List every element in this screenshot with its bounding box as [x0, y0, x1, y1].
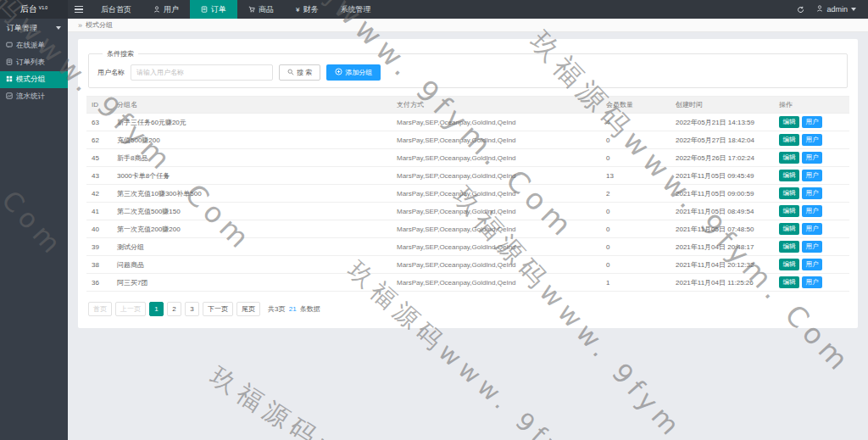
delete-button[interactable]: 删除 — [848, 170, 849, 181]
edit-button[interactable]: 编辑 — [779, 152, 799, 164]
page-2-button[interactable]: 2 — [167, 302, 181, 316]
breadcrumb: » 模式分组 — [68, 19, 868, 32]
table-row: 62充值500赚200MarsPay,SEP,Oceanpay,GoldInd,… — [86, 131, 849, 149]
username-label: 用户名称 — [97, 68, 125, 77]
page-1-button[interactable]: 1 — [149, 302, 164, 316]
cell-group-name: 充值500赚200 — [112, 131, 392, 149]
delete-button[interactable]: 删除 — [848, 276, 849, 288]
search-fieldset: 条件搜索 用户名称 搜 索 添加分组 — [88, 49, 848, 88]
edit-button[interactable]: 编辑 — [779, 187, 799, 199]
cell-pay-methods: MarsPay,SEP,Oceanpay,GoldInd,QeInd — [392, 238, 601, 256]
users-button[interactable]: 用户 — [802, 187, 822, 199]
cell-member-count: 1 — [601, 274, 670, 292]
cell-id: 43 — [86, 167, 112, 185]
users-button[interactable]: 用户 — [802, 116, 822, 128]
users-button[interactable]: 用户 — [802, 134, 822, 146]
delete-button[interactable]: 删除 — [848, 116, 849, 128]
delete-button[interactable]: 删除 — [848, 223, 849, 235]
users-button[interactable]: 用户 — [802, 241, 822, 253]
users-button[interactable]: 用户 — [802, 152, 822, 164]
refresh-icon[interactable] — [797, 6, 804, 14]
tab-system[interactable]: 系统管理 — [329, 0, 381, 19]
sidebar-item-flow-stats[interactable]: 流水统计 — [0, 88, 68, 105]
groups-table: ID 分组名 支付方式 会员数量 创建时间 操作 63新手三任务60元赚20元M… — [86, 96, 849, 292]
sidebar-item-online-dispatch[interactable]: 在线派单 — [0, 37, 68, 54]
cell-actions: 编辑用户复制删除 — [774, 131, 849, 149]
col-created-time: 创建时间 — [670, 97, 774, 114]
delete-button[interactable]: 删除 — [848, 259, 849, 270]
page-last-button[interactable]: 尾页 — [236, 302, 260, 316]
table-row: 41第二次充值500赚150MarsPay,SEP,Oceanpay,GoldI… — [86, 203, 849, 220]
sidebar-item-label: 订单列表 — [16, 58, 45, 68]
page-prev-button[interactable]: 上一页 — [115, 302, 146, 316]
add-group-button[interactable]: 添加分组 — [326, 64, 381, 81]
cell-member-count: 0 — [601, 220, 670, 238]
page-3-button[interactable]: 3 — [185, 302, 199, 316]
sidebar-group-orders[interactable]: 订单管理 — [0, 19, 68, 37]
delete-button[interactable]: 删除 — [848, 152, 849, 164]
cell-actions: 编辑用户复制删除 — [774, 167, 849, 185]
add-group-button-label: 添加分组 — [345, 68, 372, 77]
table-body: 63新手三任务60元赚20元MarsPay,SEP,Oceanpay,GoldI… — [86, 114, 849, 292]
table-row: 433000卡单8个任务MarsPay,SEP,Oceanpay,GoldInd… — [86, 167, 849, 185]
cell-created-time: 2022年05月21日 14:13:59 — [670, 114, 774, 131]
dispatch-icon — [6, 42, 13, 50]
sidebar-item-label: 模式分组 — [16, 75, 45, 85]
app-logo: 后台 V1.0 — [0, 0, 68, 19]
edit-button[interactable]: 编辑 — [779, 241, 799, 253]
cell-created-time: 2021年11月04日 20:48:17 — [670, 238, 774, 256]
menu-toggle-icon[interactable] — [68, 0, 90, 19]
tab-users[interactable]: 用户 — [142, 0, 190, 19]
cell-created-time: 2021年11月05日 09:45:49 — [670, 167, 774, 185]
cell-pay-methods: MarsPay,SEP,Oceanpay,GoldInd,QeInd — [392, 256, 601, 274]
topbar: 后台 V1.0 后台首页 用户 订单 商品 ¥ 财务 — [0, 0, 868, 19]
table-row: 42第三次充值10赚300补单500MarsPay,SEP,Oceanpay,G… — [86, 185, 849, 203]
delete-button[interactable]: 删除 — [848, 205, 849, 217]
col-actions: 操作 — [774, 97, 849, 114]
tab-goods[interactable]: 商品 — [237, 0, 285, 19]
topbar-right: admin — [797, 0, 868, 19]
delete-button[interactable]: 删除 — [848, 241, 849, 253]
edit-button[interactable]: 编辑 — [779, 170, 799, 181]
cell-pay-methods: MarsPay,SEP,Oceanpay,GoldInd,QeInd — [392, 131, 601, 149]
total-pages-label: 共3页 — [268, 305, 285, 313]
page-first-button[interactable]: 首页 — [88, 302, 112, 316]
cell-id: 40 — [86, 220, 112, 238]
cell-actions: 编辑用户复制删除 — [774, 274, 849, 292]
table-header-row: ID 分组名 支付方式 会员数量 创建时间 操作 — [86, 97, 849, 114]
cell-pay-methods: MarsPay,SEP,Oceanpay,GoldInd,QeInd — [392, 167, 601, 185]
sidebar-item-mode-groups[interactable]: 模式分组 — [0, 71, 68, 88]
cell-pay-methods: MarsPay,SEP,Oceanpay,GoldInd,QeInd — [392, 274, 601, 292]
sidebar-item-order-list[interactable]: 订单列表 — [0, 54, 68, 71]
cell-group-name: 第一次充值200赚200 — [112, 220, 392, 238]
users-button[interactable]: 用户 — [802, 223, 822, 235]
tab-orders[interactable]: 订单 — [190, 0, 237, 19]
delete-button[interactable]: 删除 — [848, 187, 849, 199]
users-button[interactable]: 用户 — [802, 170, 822, 181]
tab-home[interactable]: 后台首页 — [90, 0, 142, 19]
users-button[interactable]: 用户 — [802, 276, 822, 288]
cell-actions: 编辑用户复制删除 — [774, 203, 849, 220]
cell-group-name: 测试分组 — [112, 238, 392, 256]
cart-icon — [248, 6, 255, 13]
search-button[interactable]: 搜 索 — [279, 64, 320, 81]
edit-button[interactable]: 编辑 — [779, 259, 799, 270]
edit-button[interactable]: 编辑 — [779, 116, 799, 128]
users-button[interactable]: 用户 — [802, 259, 822, 270]
edit-button[interactable]: 编辑 — [779, 276, 799, 288]
users-button[interactable]: 用户 — [802, 205, 822, 217]
delete-button[interactable]: 删除 — [848, 134, 849, 146]
edit-button[interactable]: 编辑 — [779, 134, 799, 146]
cell-pay-methods: MarsPay,SEP,Oceanpay,GoldInd,QeInd — [392, 114, 601, 131]
tab-finance[interactable]: ¥ 财务 — [285, 0, 329, 19]
col-member-count: 会员数量 — [601, 97, 670, 114]
admin-menu[interactable]: admin — [816, 5, 856, 14]
cell-group-name: 新手8商品 — [112, 149, 392, 167]
cell-created-time: 2021年11月05日 07:48:50 — [670, 220, 774, 238]
page-next-button[interactable]: 下一页 — [203, 302, 233, 316]
edit-button[interactable]: 编辑 — [779, 223, 799, 235]
edit-button[interactable]: 编辑 — [779, 205, 799, 217]
app-version: V1.0 — [39, 5, 47, 10]
cell-id: 63 — [86, 114, 112, 131]
username-input[interactable] — [131, 64, 273, 81]
